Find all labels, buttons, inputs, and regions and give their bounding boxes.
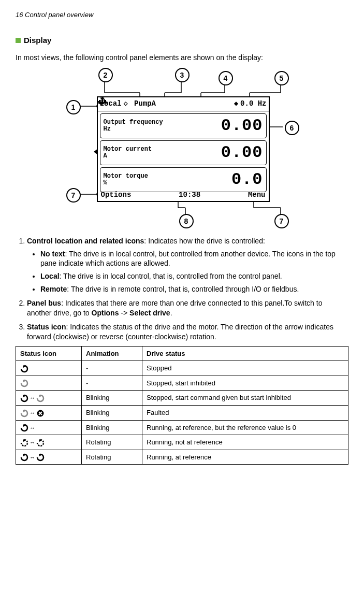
status-2: Stopped, start inhibited [142,376,348,391]
anim-5: Blinking [82,420,142,435]
status-row-1: - Stopped [16,361,348,376]
item2-sel: Select drive [129,309,170,317]
item2-arrow: -> [119,309,129,317]
section-title: Display [16,35,348,46]
item2-end: . [170,309,172,317]
item-1: Control location and related icons: Indi… [27,236,348,294]
status-6: Running, not at reference [142,435,348,450]
status-table: Status icon Animation Drive status - Sto… [16,346,348,465]
lcd-screen: Local ◇ PumpA ◆ 0.0 Hz Output frequencyH… [97,96,270,202]
item1-lead: Control location and related icons [27,237,144,245]
status-row-6: ↔ Rotating Running, not at reference [16,435,348,450]
status-5: Running, at reference, but the reference… [142,420,348,435]
row3-value: 0.0 [148,168,263,191]
status-row-5: ↔ Blinking Running, at reference, but th… [16,420,348,435]
row2-unit: A [104,153,152,160]
icon-stopped [16,361,82,376]
row1-unit: Hz [104,126,163,133]
status-row-7: ↔ Rotating Running, at reference [16,450,348,465]
swap-icon: ↔ [30,454,35,460]
icon-stopped-inhibited [16,376,82,391]
item-1a: No text: The drive is in local control, … [40,249,348,269]
status-row-2: - Stopped, start inhibited [16,376,348,391]
lcd-reference-text: 0.0 Hz [240,99,266,109]
callout-4: 4 [219,71,233,85]
updown-small-icon: ◆ [234,99,238,109]
updown-icon: ◇ [124,99,128,109]
anim-4: Blinking [82,405,142,420]
callout-1: 1 [66,100,81,114]
lcd-device-text: PumpA [134,99,156,109]
page-header: 16 Control panel overview [16,10,348,20]
item2-opt: Options [92,309,119,317]
icon-running-ref-zero: ↔ [16,420,82,435]
row2-label: Motor current [104,146,152,153]
icon-start-inhibited-blink: ↔ [16,391,82,406]
callout-6: 6 [285,121,299,135]
lcd-row-2: Motor currentA 0.00 [100,140,267,165]
status-3: Stopped, start command given but start i… [142,391,348,406]
section-title-text: Display [24,36,51,45]
row2-value: 0.00 [152,141,263,164]
item-1c: Remote: The drive is in remote control, … [40,284,348,294]
numbered-list: Control location and related icons: Indi… [16,236,348,342]
anim-6: Rotating [82,435,142,450]
status-7: Running, at reference [142,450,348,465]
svg-rect-38 [105,100,106,102]
item-2: Panel bus: Indicates that there are more… [27,298,348,318]
anim-1: - [82,361,142,376]
item1c-tail: : The drive is in remote control, that i… [67,285,299,293]
swap-icon: ↔ [30,410,35,416]
th-status: Drive status [142,346,348,361]
item1c-lead: Remote [40,285,67,293]
row1-value: 0.00 [163,114,263,137]
item1b-tail: : The drive is in local control, that is… [60,272,282,280]
item2-mid: : Indicates that there are more than one… [27,299,322,317]
item3-tail: : Indicates the status of the drive and … [27,323,333,341]
item1a-lead: No text [40,250,65,258]
anim-7: Rotating [82,450,142,465]
swap-icon: ↔ [30,439,35,445]
anim-3: Blinking [82,391,142,406]
icon-running-not-at-ref: ↔ [16,435,82,450]
status-row-3: ↔ Blinking Stopped, start command given … [16,391,348,406]
intro-text: In most views, the following control pan… [16,53,348,63]
display-diagram: 1 2 3 4 5 6 7 8 7 Local ◇ PumpA ◆ 0.0 Hz… [37,68,327,228]
row3-unit: % [104,180,148,186]
callout-7-left: 7 [66,188,81,203]
th-icon: Status icon [16,346,82,361]
lcd-body: Output frequencyHz 0.00 Motor currentA 0… [98,111,269,189]
callout-5: 5 [274,71,289,85]
lcd-top-bar: Local ◇ PumpA ◆ 0.0 Hz [98,97,269,111]
status-4: Faulted [142,405,348,420]
bullet-icon [16,38,21,43]
callout-3: 3 [175,68,190,82]
anim-2: - [82,376,142,391]
item-1b: Local: The drive is in local control, th… [40,271,348,281]
item3-lead: Status icon [27,323,66,331]
lcd-row-1: Output frequencyHz 0.00 [100,113,267,138]
callout-2: 2 [98,68,113,82]
row3-label: Motor torque [104,173,148,180]
item2-lead: Panel bus [27,299,61,307]
item1a-tail: : The drive is in local control, but con… [40,250,336,268]
item-3: Status icon: Indicates the status of the… [27,322,348,342]
item1-tail: : Indicates how the drive is controlled: [144,237,265,245]
icon-running-at-ref: ↔ [16,450,82,465]
swap-icon: ↔ [30,395,35,401]
status-1: Stopped [142,361,348,376]
callout-8: 8 [179,214,194,228]
callout-7-right: 7 [274,214,289,228]
row-pointer-icon [94,149,98,155]
status-row-4: ↔ Blinking Faulted [16,405,348,420]
lcd-row-3: Motor torque% 0.0 [100,167,267,192]
icon-faulted: ↔ [16,405,82,420]
swap-icon: ↔ [30,425,35,431]
item1b-lead: Local [40,272,60,280]
row1-label: Output frequency [104,119,163,126]
th-anim: Animation [82,346,142,361]
